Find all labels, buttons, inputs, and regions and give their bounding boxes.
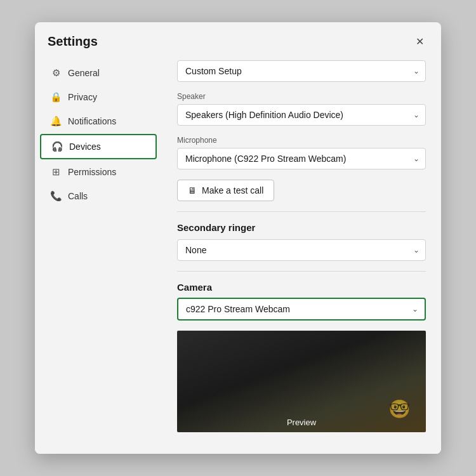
secondary-ringer-select[interactable]: None <box>177 239 426 261</box>
sidebar-item-calls[interactable]: 📞 Calls <box>40 185 157 208</box>
secondary-ringer-group: Secondary ringer None ⌄ <box>177 222 426 261</box>
camera-heading: Camera <box>177 282 426 293</box>
microphone-select[interactable]: Microphone (C922 Pro Stream Webcam) <box>177 148 426 169</box>
sidebar-item-label: Permissions <box>68 167 116 177</box>
speaker-select-wrapper: Speakers (High Definition Audio Device) … <box>177 104 426 126</box>
headset-icon: 🎧 <box>51 141 63 152</box>
camera-select-wrapper: c922 Pro Stream Webcam ⌄ <box>177 298 426 321</box>
preview-label: Preview <box>287 418 316 432</box>
bell-icon: 🔔 <box>50 116 62 127</box>
sidebar-item-permissions[interactable]: ⊞ Permissions <box>40 161 157 183</box>
sidebar-item-devices[interactable]: 🎧 Devices <box>40 134 157 159</box>
sidebar-item-label: Devices <box>69 142 101 152</box>
sidebar-item-label: Calls <box>68 191 88 201</box>
test-call-label: Make a test call <box>202 185 263 195</box>
speaker-label: Speaker <box>177 92 426 101</box>
phone-icon: 📞 <box>50 190 62 202</box>
camera-select[interactable]: c922 Pro Stream Webcam <box>178 299 425 319</box>
dialog-title: Settings <box>48 34 98 49</box>
divider-1 <box>177 211 426 212</box>
microphone-group: Microphone Microphone (C922 Pro Stream W… <box>177 136 426 169</box>
setup-select[interactable]: Custom Setup <box>177 60 426 82</box>
secondary-ringer-select-wrapper: None ⌄ <box>177 239 426 261</box>
divider-2 <box>177 271 426 272</box>
sidebar-item-label: Notifications <box>68 116 116 126</box>
sidebar-item-label: General <box>68 68 100 78</box>
speaker-select[interactable]: Speakers (High Definition Audio Device) <box>177 104 426 126</box>
setup-select-wrapper: Custom Setup ⌄ <box>177 60 426 82</box>
gear-icon: ⚙ <box>50 67 62 79</box>
setup-group: Custom Setup ⌄ <box>177 60 426 82</box>
secondary-ringer-heading: Secondary ringer <box>177 222 426 233</box>
lock-icon: 🔒 <box>50 91 62 103</box>
sidebar-item-privacy[interactable]: 🔒 Privacy <box>40 86 157 109</box>
sidebar: ⚙ General 🔒 Privacy 🔔 Notifications 🎧 De… <box>35 55 162 454</box>
close-button[interactable]: ✕ <box>411 32 428 50</box>
grid-icon: ⊞ <box>50 166 62 178</box>
sidebar-item-label: Privacy <box>68 92 97 102</box>
microphone-select-wrapper: Microphone (C922 Pro Stream Webcam) ⌄ <box>177 148 426 169</box>
microphone-label: Microphone <box>177 136 426 145</box>
dialog-header: Settings ✕ <box>35 22 441 55</box>
test-call-button[interactable]: 🖥 Make a test call <box>177 180 274 201</box>
camera-preview: 🤓 Preview <box>177 331 426 432</box>
test-call-icon: 🖥 <box>188 185 197 195</box>
main-content: Custom Setup ⌄ Speaker Speakers (High De… <box>162 55 441 454</box>
sidebar-item-notifications[interactable]: 🔔 Notifications <box>40 110 157 133</box>
settings-dialog: Settings ✕ ⚙ General 🔒 Privacy 🔔 Notific… <box>35 22 441 454</box>
watermark-icon: 🤓 <box>388 399 411 420</box>
dialog-body: ⚙ General 🔒 Privacy 🔔 Notifications 🎧 De… <box>35 55 441 454</box>
camera-group: Camera c922 Pro Stream Webcam ⌄ <box>177 282 426 321</box>
sidebar-item-general[interactable]: ⚙ General <box>40 62 157 84</box>
speaker-group: Speaker Speakers (High Definition Audio … <box>177 92 426 126</box>
